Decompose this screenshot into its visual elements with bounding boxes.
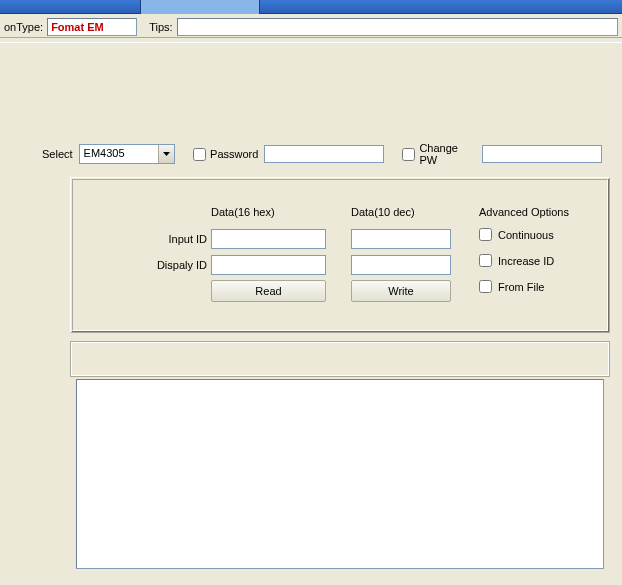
continuous-label: Continuous [498, 229, 554, 241]
log-frame [70, 341, 610, 377]
input-id-dec[interactable] [351, 229, 451, 249]
from-file-checkbox[interactable]: From File [479, 280, 544, 293]
display-id-dec[interactable] [351, 255, 451, 275]
password-check-input[interactable] [193, 148, 206, 161]
data-group: Data(16 hex) Data(10 dec) Advanced Optio… [70, 177, 610, 333]
from-file-check-input[interactable] [479, 280, 492, 293]
input-id-label: Input ID [127, 233, 207, 245]
increase-id-checkbox[interactable]: Increase ID [479, 254, 554, 267]
ontype-label: onType: [0, 21, 47, 33]
col-header-adv: Advanced Options [479, 206, 569, 218]
password-input[interactable] [264, 145, 384, 163]
select-combo-text: EM4305 [80, 145, 159, 163]
input-id-hex[interactable] [211, 229, 326, 249]
chevron-down-icon[interactable] [158, 145, 174, 163]
continuous-checkbox[interactable]: Continuous [479, 228, 554, 241]
increase-id-label: Increase ID [498, 255, 554, 267]
ontype-value: Fomat EM [47, 18, 137, 36]
top-info-bar: onType: Fomat EM Tips: [0, 16, 622, 38]
display-id-label: Dispaly ID [127, 259, 207, 271]
titlebar-fragment [0, 0, 622, 14]
password-checkbox[interactable]: Password [193, 148, 258, 161]
col-header-dec: Data(10 dec) [351, 206, 415, 218]
from-file-label: From File [498, 281, 544, 293]
tips-value [177, 18, 618, 36]
display-id-hex[interactable] [211, 255, 326, 275]
titlebar-gap [140, 0, 260, 14]
work-area: Select EM4305 Password Change PW Data(16… [0, 42, 622, 585]
write-button[interactable]: Write [351, 280, 451, 302]
select-row: Select EM4305 Password Change PW [42, 143, 602, 165]
select-combo[interactable]: EM4305 [79, 144, 176, 164]
select-label: Select [42, 148, 73, 160]
tips-label: Tips: [145, 21, 176, 33]
continuous-check-input[interactable] [479, 228, 492, 241]
changepw-check-input[interactable] [402, 148, 415, 161]
read-button[interactable]: Read [211, 280, 326, 302]
log-output[interactable] [76, 379, 604, 569]
col-header-hex: Data(16 hex) [211, 206, 275, 218]
increase-id-check-input[interactable] [479, 254, 492, 267]
changepw-input[interactable] [482, 145, 602, 163]
changepw-check-label: Change PW [419, 142, 476, 166]
changepw-checkbox[interactable]: Change PW [402, 142, 476, 166]
password-check-label: Password [210, 148, 258, 160]
